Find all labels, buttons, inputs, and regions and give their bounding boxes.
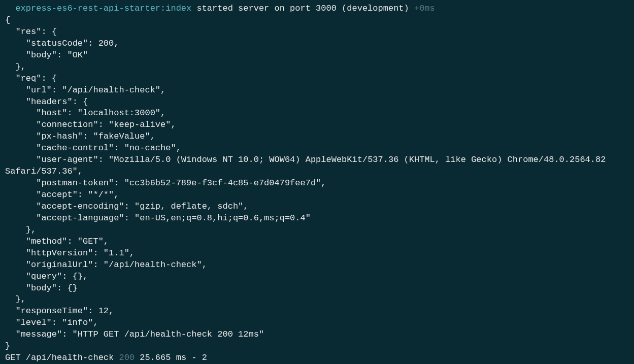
terminal-output: express-es6-rest-api-starter:index start… [5,4,611,362]
morgan-log-line: GET /api/health-check 200 25.665 ms - 2 [5,353,207,362]
morgan-status: 200 [119,353,135,362]
json-log-output: { "res": { "statusCode": 200, "body": "O… [5,15,611,351]
morgan-suffix: 25.665 ms - 2 [140,353,207,362]
startup-message: started server on port 3000 (development… [196,4,409,13]
morgan-method-path: GET /api/health-check [5,353,114,362]
server-start-line: express-es6-rest-api-starter:index start… [5,4,435,13]
debug-namespace: express-es6-rest-api-starter:index [15,4,191,13]
startup-timing: +0ms [414,4,435,13]
